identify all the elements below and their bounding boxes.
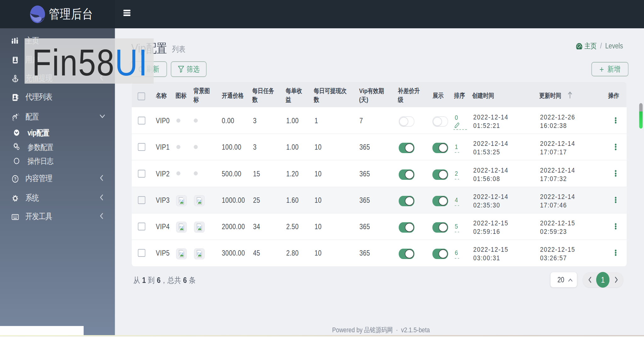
svg-text:?: ?	[14, 176, 17, 181]
